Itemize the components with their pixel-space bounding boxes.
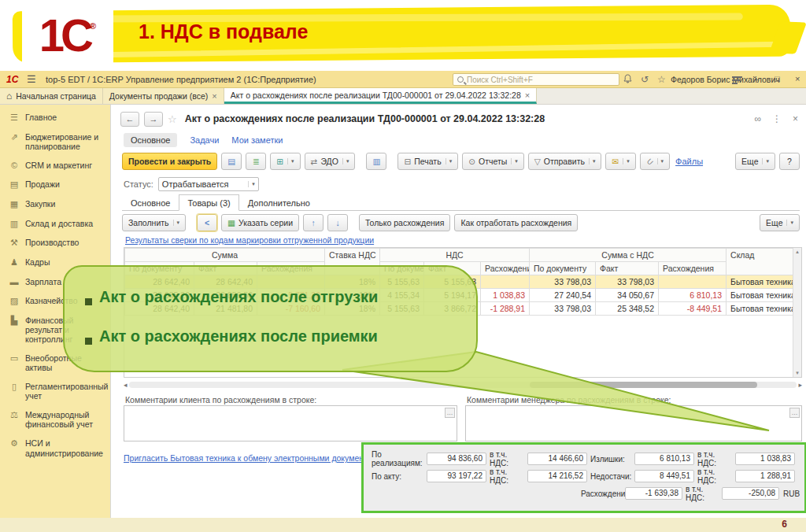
more-kebab-icon[interactable]: ⋮ [772,113,782,124]
sidebar-item-budgeting[interactable]: ⇗Бюджетирование и планирование [0,127,110,156]
forward-button[interactable]: → [144,112,163,127]
status-select[interactable]: Отрабатывается ▾ [158,177,259,191]
sidebar-item-purchases[interactable]: ▦Закупки [0,194,110,214]
save-button[interactable]: ▤ [221,153,242,170]
share-icon: < [205,218,209,227]
slide-footer-strip [0,518,806,532]
notifications-bell-icon[interactable] [623,74,632,86]
sidebar-item-regulated-accounting[interactable]: ▯Регламентированный учет [0,377,110,405]
nav-notes[interactable]: Мои заметки [231,135,283,145]
column-by-document[interactable]: По документу [530,262,596,275]
reports-button[interactable]: ⊙Отчеты▾ [462,153,524,170]
scroll-up-icon[interactable]: ▴ [796,249,799,255]
post-button[interactable]: ≣ [246,153,266,170]
close-window-button[interactable]: × [795,74,800,83]
by-sales-value: 94 836,60 [427,453,486,465]
incl-vat-value: -250,08 [722,487,779,500]
sidebar-item-sales[interactable]: ▤Продажи [0,175,110,194]
open-windows-tabbar: ⌂ Начальная страница Документы продажи (… [0,88,806,105]
edo-button[interactable]: ⇄ЭДО▾ [305,153,356,170]
print-button[interactable]: ⊟Печать▾ [397,153,458,170]
more-button[interactable]: Еще▾ [735,153,775,170]
sidebar-item-production[interactable]: ⚒Производство [0,233,110,253]
scroll-down-icon[interactable]: ▾ [796,370,799,376]
expand-button[interactable]: … [789,408,800,418]
page-number: 6 [782,519,787,530]
minimize-button[interactable]: – [754,74,759,83]
sidebar-item-admin[interactable]: ⚙НСИ и администрирование [0,434,110,462]
share-button[interactable]: < [197,214,217,231]
sidebar-item-main[interactable]: ☰Главное [0,108,110,127]
1c-logo: 1С® [22,3,113,68]
favorite-star-icon[interactable]: ☆ [168,113,177,125]
1c-titlebar-logo: 1С [6,74,18,85]
main-menu-icon[interactable]: ☰ [27,73,36,85]
subtab-goods[interactable]: Товары (3) [179,194,238,211]
back-button[interactable]: ← [120,112,139,127]
discussion-button[interactable]: ✉▾ [605,153,635,170]
column-group-vat[interactable]: НДС [380,249,530,262]
only-discrepancies-button[interactable]: Только расхождения [359,214,450,231]
attachments-button[interactable]: ⊂▾ [640,153,670,170]
marking-results-link[interactable]: Результаты сверки по кодам маркировки от… [125,235,374,245]
scroll-right-icon[interactable]: ▸ [798,381,802,389]
treasury-icon: ▨ [8,296,20,306]
callout-bullet-1: Акт о расхождениях после отгрузки [99,288,378,306]
sidebar-item-crm[interactable]: ©CRM и маркетинг [0,156,110,175]
column-group-sum-with-vat[interactable]: Сумма с НДС [530,249,727,262]
close-form-icon[interactable]: × [793,113,798,124]
create-based-on-button[interactable]: ⊞▾ [270,153,300,170]
nav-tasks[interactable]: Задачи [190,135,219,145]
nav-main[interactable]: Основное [124,133,177,147]
move-down-button[interactable]: ↓ [327,214,348,231]
maximize-button[interactable]: □ [775,74,780,83]
gear-icon: ⚙ [8,438,20,457]
user-name[interactable]: Федоров Борис Михайлович [671,75,780,84]
specify-series-button[interactable]: ▦Указать серии [221,214,299,231]
bullet-icon [85,298,92,305]
incl-vat-label: в т.ч. НДС: [486,467,527,485]
sidebar-item-warehouse[interactable]: ▥Склад и доставка [0,214,110,234]
incl-vat-value: 1 038,83 [735,453,795,465]
close-tab-icon[interactable]: × [525,91,530,100]
send-button[interactable]: ▽Отправить▾ [528,153,602,170]
files-link[interactable]: Файлы [675,157,703,166]
sidebar-item-ifrs[interactable]: ⚖Международный финансовый учет [0,405,110,434]
arrow-up-icon: ↑ [311,218,315,227]
table-more-button[interactable]: Еще▾ [760,214,800,231]
shortage-value: 8 449,51 [634,470,694,482]
production-icon: ⚒ [8,238,20,248]
tab-discrepancy-act[interactable]: Акт о расхождениях после реализации ТД00… [224,88,537,104]
column-warehouse[interactable]: Склад [727,249,795,275]
service-menu-icon[interactable] [732,76,742,86]
close-tab-icon[interactable]: × [212,91,216,101]
how-to-process-button[interactable]: Как отработать расхождения [454,214,578,231]
favorites-star-icon[interactable]: ☆ [657,74,666,85]
tab-sales-documents[interactable]: Документы продажи (все) × [103,88,224,104]
document-register-button[interactable]: ▥ [366,153,386,170]
subtab-main[interactable]: Основное [122,194,179,211]
vertical-scrollbar[interactable]: ▴ ▾ [793,248,801,377]
column-discrepancy[interactable]: Расхождения [659,262,727,275]
column-discrepancy[interactable]: Расхождения [481,262,530,275]
document-title: Акт о расхождениях после реализации ТД00… [185,113,545,124]
post-and-close-button[interactable]: Провести и закрыть [122,153,217,170]
mail-icon: ✉ [612,157,619,166]
search-input[interactable]: Поиск Ctrl+Shift+F [453,73,619,86]
column-group-sum[interactable]: Сумма [125,249,325,262]
help-button[interactable]: ? [779,153,800,170]
shortage-label: Недостачи: [587,472,634,481]
scroll-left-icon[interactable]: ◂ [124,381,128,389]
app-title: top-5 EDT / 1C:ERP Управление предприяти… [46,75,316,84]
by-act-value: 93 197,22 [427,470,486,482]
subtab-extra[interactable]: Дополнительно [239,194,319,211]
get-link-icon[interactable]: ∞ [754,113,761,124]
move-up-button[interactable]: ↑ [303,214,324,231]
tab-home[interactable]: ⌂ Начальная страница [0,88,103,104]
history-icon[interactable]: ↺ [641,74,649,85]
based-on-icon: ⊞ [276,157,283,166]
reports-icon: ⊙ [468,157,475,166]
edo-icon: ⇄ [311,157,318,166]
column-fact[interactable]: Факт [596,262,659,275]
fill-button[interactable]: Заполнить▾ [122,214,186,231]
